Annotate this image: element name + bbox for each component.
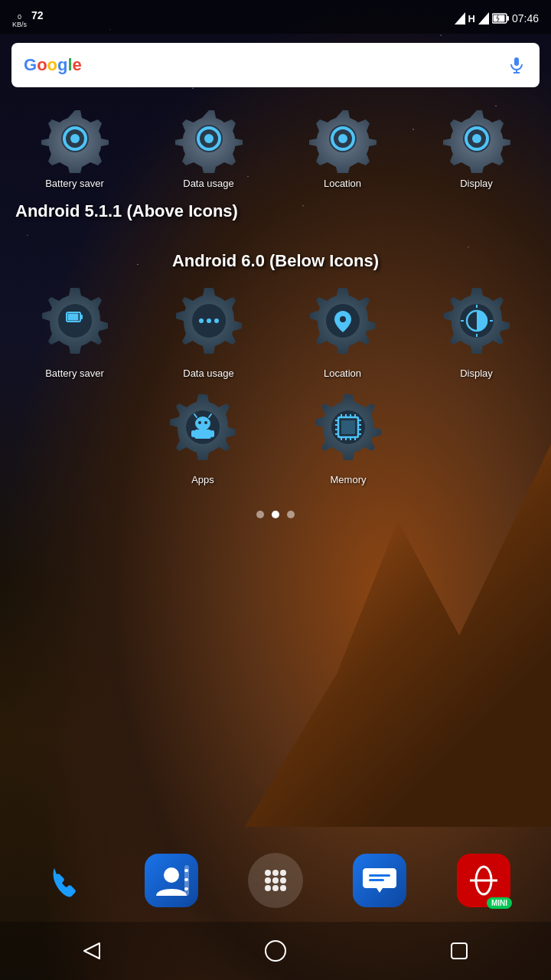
apps-drawer-icon[interactable]	[245, 850, 306, 911]
apps-60-label: Apps	[191, 474, 214, 485]
svg-point-78	[265, 885, 271, 891]
svg-rect-81	[369, 874, 390, 877]
android-511-label: Android 5.1.1 (Above Icons)	[0, 195, 551, 224]
battery-saver-label: Battery saver	[45, 178, 104, 189]
display-icon-item[interactable]: Display	[419, 104, 534, 189]
svg-point-74	[280, 870, 286, 876]
location-icon-item[interactable]: Location	[285, 104, 400, 189]
messages-icon-bg	[353, 854, 406, 907]
android-60-section: Android 6.0 (Below Icons)	[0, 232, 551, 499]
svg-rect-70	[184, 878, 188, 881]
svg-point-72	[265, 870, 271, 876]
contacts-dock-icon[interactable]	[141, 850, 202, 911]
svg-marker-1	[478, 12, 489, 24]
svg-rect-88	[452, 943, 467, 959]
home-button[interactable]	[253, 928, 298, 974]
opera-mini-badge: MINI	[487, 897, 512, 909]
page-indicators	[0, 499, 551, 526]
status-right: H 07:46	[455, 12, 539, 24]
opera-mini-icon-bg: MINI	[457, 854, 510, 907]
apps-60-item[interactable]: Apps	[145, 385, 260, 485]
memory-60-item[interactable]: Memory	[291, 385, 406, 485]
svg-point-67	[164, 867, 179, 883]
icon-grid-511: Battery saver Data usage	[0, 104, 551, 189]
display-label: Display	[460, 178, 493, 189]
svg-point-32	[340, 316, 346, 322]
contacts-icon-bg	[145, 854, 198, 907]
battery-saver-60-label: Battery saver	[45, 368, 104, 379]
svg-point-22	[472, 134, 481, 143]
clock: 07:46	[512, 12, 539, 24]
svg-marker-86	[84, 943, 99, 959]
gear-60-location	[301, 279, 385, 363]
svg-rect-71	[184, 887, 188, 890]
battery-icon	[492, 13, 509, 24]
svg-point-28	[199, 318, 204, 323]
display-60-label: Display	[460, 368, 493, 379]
kb-label: 0	[18, 13, 21, 21]
svg-point-42	[204, 421, 207, 424]
data-usage-icon-item[interactable]: Data usage	[152, 104, 266, 189]
apps-drawer-bg	[248, 853, 303, 908]
svg-rect-47	[210, 430, 214, 437]
location-label: Location	[324, 178, 361, 189]
status-left: 0 KB/s 72	[12, 9, 44, 28]
data-usage-label: Data usage	[183, 178, 234, 189]
status-bar: 0 KB/s 72 H 07:46	[0, 0, 551, 34]
svg-point-76	[272, 877, 279, 884]
gear-511-display	[442, 104, 511, 173]
svg-point-41	[198, 421, 201, 424]
gear-511-location	[308, 104, 377, 173]
svg-point-30	[214, 318, 219, 323]
dock: MINI	[0, 842, 551, 919]
phone-dock-icon[interactable]	[37, 850, 98, 911]
data-usage-60-item[interactable]: Data usage	[152, 279, 266, 379]
page-dot-3[interactable]	[287, 511, 295, 518]
gear-511-data	[174, 104, 243, 173]
gear-60-battery	[33, 279, 117, 363]
mic-icon[interactable]	[506, 54, 527, 76]
gear-60-memory	[306, 385, 390, 469]
gear-60-display	[435, 279, 519, 363]
battery-saver-60-item[interactable]: Battery saver	[18, 279, 132, 379]
svg-point-80	[280, 885, 286, 891]
svg-point-79	[272, 885, 279, 891]
messages-dock-icon[interactable]	[349, 850, 410, 911]
signal-icon2	[478, 12, 489, 24]
back-button[interactable]	[69, 928, 115, 974]
svg-rect-69	[184, 869, 188, 872]
search-bar[interactable]: Google	[11, 43, 540, 87]
google-logo: Google	[24, 55, 82, 75]
svg-rect-50	[341, 420, 355, 434]
svg-point-16	[204, 134, 214, 143]
svg-rect-26	[67, 314, 78, 321]
svg-point-29	[207, 318, 211, 323]
android-511-section: Battery saver Data usage	[0, 96, 551, 232]
recents-button[interactable]	[436, 928, 482, 974]
nav-bar	[0, 922, 551, 980]
search-input[interactable]	[88, 51, 506, 80]
svg-rect-8	[514, 57, 519, 66]
opera-mini-dock-icon[interactable]: MINI	[453, 850, 514, 911]
display-60-item[interactable]: Display	[419, 279, 534, 379]
location-60-item[interactable]: Location	[285, 279, 400, 379]
signal-icon	[455, 12, 465, 24]
page-dot-2[interactable]	[272, 511, 279, 518]
svg-rect-25	[80, 315, 83, 319]
svg-point-73	[272, 870, 279, 876]
icon-grid-60-row1: Battery saver Data usage	[0, 279, 551, 379]
page-dot-1[interactable]	[256, 511, 264, 518]
gear-60-apps	[161, 385, 245, 469]
h-indicator: H	[468, 13, 475, 24]
svg-point-77	[280, 877, 286, 884]
battery-saver-icon-item[interactable]: Battery saver	[18, 104, 132, 189]
svg-rect-45	[194, 430, 211, 439]
network-speed: 72	[31, 9, 44, 21]
gear-60-data	[167, 279, 251, 363]
svg-point-13	[70, 134, 80, 143]
kb-label2: KB/s	[12, 21, 27, 28]
svg-marker-0	[455, 12, 465, 24]
android-60-label: Android 6.0 (Below Icons)	[0, 240, 551, 279]
svg-rect-82	[369, 879, 384, 881]
data-usage-60-label: Data usage	[183, 368, 234, 379]
